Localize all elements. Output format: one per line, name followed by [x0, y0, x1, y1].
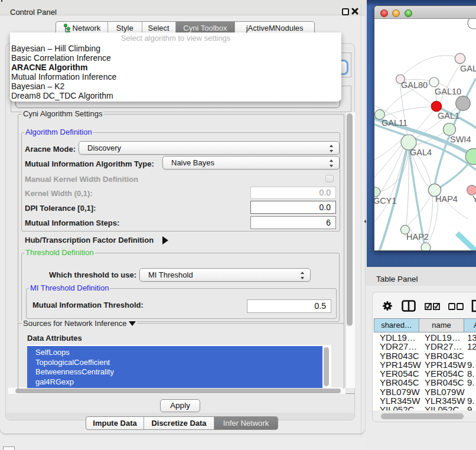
svg-text:Y: Y	[472, 194, 476, 204]
svg-text:GAL11: GAL11	[382, 118, 407, 128]
svg-text:GAL1: GAL1	[438, 111, 459, 120]
svg-text:GAL10: GAL10	[435, 87, 461, 96]
svg-text:HAP4: HAP4	[435, 194, 458, 204]
svg-text:GAL4: GAL4	[410, 148, 432, 157]
svg-text:HAP2: HAP2	[406, 232, 429, 242]
svg-text:GAL80: GAL80	[401, 80, 428, 90]
svg-text:GAL2: GAL2	[460, 64, 476, 73]
svg-text:SWI4: SWI4	[450, 135, 471, 144]
svg-text:GCY1: GCY1	[374, 196, 397, 206]
